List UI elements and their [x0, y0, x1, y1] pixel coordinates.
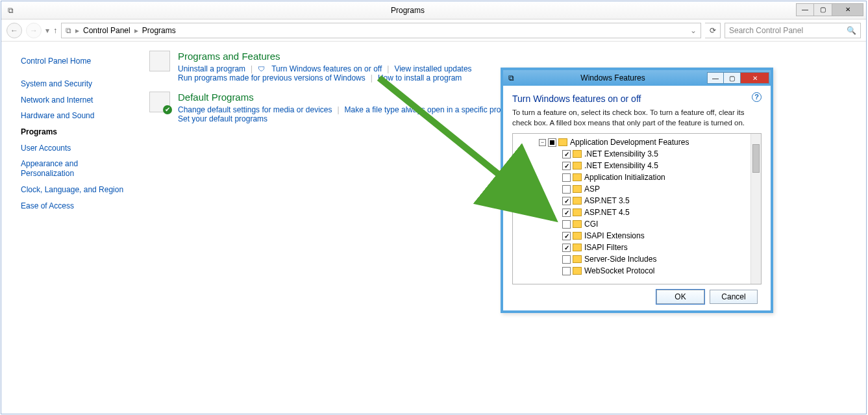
link-view-updates[interactable]: View installed updates [394, 64, 471, 73]
back-button[interactable]: ← [6, 23, 22, 38]
checkbox[interactable] [562, 244, 571, 252]
dialog-close-button[interactable]: ✕ [741, 72, 769, 84]
section-title-default-programs[interactable]: Default Programs [178, 92, 519, 103]
chevron-right-icon: ▸ [75, 26, 79, 35]
navbar: ← → ▾ ↑ ⧉ ▸ Control Panel ▸ Programs ⌄ ⟳… [1, 19, 866, 42]
sidebar-item-system[interactable]: System and Security [21, 76, 129, 92]
sidebar-item-hardware[interactable]: Hardware and Sound [21, 108, 129, 124]
folder-icon [573, 244, 582, 251]
address-bar[interactable]: ⧉ ▸ Control Panel ▸ Programs ⌄ [61, 23, 701, 38]
collapse-icon[interactable]: − [539, 139, 546, 146]
minimize-button[interactable]: — [796, 3, 814, 16]
sidebar-item-users[interactable]: User Accounts [21, 140, 129, 157]
breadcrumb-programs[interactable]: Programs [142, 26, 176, 35]
checkbox[interactable] [562, 197, 571, 205]
recent-chevron-icon[interactable]: ▾ [45, 26, 49, 35]
search-box[interactable]: Search Control Panel 🔍 [725, 23, 861, 38]
default-programs-icon [149, 92, 170, 112]
dialog-description: To turn a feature on, select its check b… [512, 108, 762, 128]
tree-item-label: ASP [584, 184, 600, 194]
ok-button[interactable]: OK [656, 290, 704, 304]
dialog-minimize-button[interactable]: — [707, 72, 724, 84]
cancel-button[interactable]: Cancel [710, 290, 758, 304]
tree-item[interactable]: Server-Side Includes [513, 253, 761, 265]
checkbox[interactable] [562, 173, 571, 182]
folder-icon [573, 162, 582, 170]
tree-item-label: CGI [584, 220, 598, 229]
sidebar-item-home[interactable]: Control Panel Home [21, 53, 129, 69]
app-icon: ⧉ [1, 6, 19, 15]
dialog-title: Windows Features [519, 73, 707, 82]
tree-item[interactable]: ASP.NET 4.5 [513, 207, 761, 218]
tree-item-label: Application Initialization [584, 173, 665, 182]
checkbox[interactable] [548, 138, 556, 147]
close-button[interactable]: ✕ [832, 3, 863, 16]
checkbox[interactable] [562, 255, 571, 264]
link-change-defaults[interactable]: Change default settings for media or dev… [178, 105, 332, 114]
link-run-compat[interactable]: Run programs made for previous versions … [178, 73, 366, 82]
tree-item-label: .NET Extensibility 4.5 [584, 161, 658, 170]
breadcrumb-control-panel[interactable]: Control Panel [83, 26, 130, 35]
refresh-button[interactable]: ⟳ [705, 23, 721, 38]
maximize-button[interactable]: ▢ [814, 3, 832, 16]
section-title-programs-features[interactable]: Programs and Features [178, 51, 472, 62]
checkbox[interactable] [562, 208, 571, 217]
forward-button[interactable]: → [26, 23, 42, 38]
checkbox[interactable] [562, 162, 571, 170]
tree-item[interactable]: CGI [513, 218, 761, 230]
tree-item[interactable]: ASP [513, 183, 761, 195]
titlebar: ⧉ Programs — ▢ ✕ [1, 1, 866, 19]
sidebar: Control Panel Home System and Security N… [1, 42, 138, 414]
dialog-maximize-button[interactable]: ▢ [724, 72, 741, 84]
tree-scrollbar[interactable] [750, 134, 761, 284]
tree-item-label: ASP.NET 4.5 [584, 208, 630, 217]
folder-icon [573, 185, 582, 193]
folder-icon [573, 150, 582, 158]
folder-icon [573, 255, 582, 263]
tree-item-label: ISAPI Filters [584, 243, 628, 252]
tree-item-label: ASP.NET 3.5 [584, 196, 630, 205]
address-icon: ⧉ [66, 26, 71, 35]
tree-item-label: WebSocket Protocol [584, 266, 655, 275]
checkbox[interactable] [562, 185, 571, 194]
tree-item[interactable]: ISAPI Extensions [513, 230, 761, 242]
link-file-assoc[interactable]: Make a file type always open in a specif… [345, 105, 519, 114]
checkbox[interactable] [562, 150, 571, 158]
tree-item[interactable]: ISAPI Filters [513, 242, 761, 253]
features-tree[interactable]: −Application Development Features.NET Ex… [512, 133, 762, 284]
tree-item[interactable]: .NET Extensibility 4.5 [513, 160, 761, 171]
address-dropdown-icon[interactable]: ⌄ [690, 26, 697, 35]
folder-icon [558, 138, 567, 146]
dialog-heading: Turn Windows features on or off [512, 94, 641, 104]
help-icon[interactable]: ? [752, 92, 762, 102]
tree-item-label: Application Development Features [570, 138, 689, 147]
checkbox[interactable] [562, 232, 571, 240]
tree-item[interactable]: .NET Extensibility 3.5 [513, 148, 761, 160]
sidebar-item-programs[interactable]: Programs [21, 124, 129, 140]
up-button[interactable]: ↑ [53, 26, 57, 35]
dialog-titlebar[interactable]: ⧉ Windows Features — ▢ ✕ [503, 70, 771, 86]
programs-features-icon [149, 51, 170, 71]
scrollbar-thumb[interactable] [752, 144, 760, 173]
window-title: Programs [19, 6, 796, 15]
sidebar-item-network[interactable]: Network and Internet [21, 92, 129, 108]
link-turn-windows-features[interactable]: Turn Windows features on or off [271, 64, 382, 73]
sidebar-item-ease[interactable]: Ease of Access [21, 198, 129, 214]
folder-icon [573, 197, 582, 205]
link-how-install[interactable]: How to install a program [378, 73, 462, 82]
tree-item[interactable]: ASP.NET 3.5 [513, 195, 761, 207]
window-buttons: — ▢ ✕ [796, 3, 863, 18]
link-uninstall-program[interactable]: Uninstall a program [178, 64, 245, 73]
tree-root-item[interactable]: −Application Development Features [513, 136, 761, 148]
folder-icon [573, 173, 582, 181]
checkbox[interactable] [562, 220, 571, 229]
tree-item-label: Server-Side Includes [584, 255, 656, 264]
tree-item[interactable]: WebSocket Protocol [513, 265, 761, 277]
checkbox[interactable] [562, 267, 571, 275]
sidebar-item-clock[interactable]: Clock, Language, and Region [21, 182, 129, 198]
folder-icon [573, 220, 582, 228]
tree-item[interactable]: Application Initialization [513, 171, 761, 183]
sidebar-item-appearance[interactable]: Appearance and Personalization [21, 157, 129, 182]
folder-icon [573, 232, 582, 240]
link-set-defaults[interactable]: Set your default programs [178, 114, 267, 123]
